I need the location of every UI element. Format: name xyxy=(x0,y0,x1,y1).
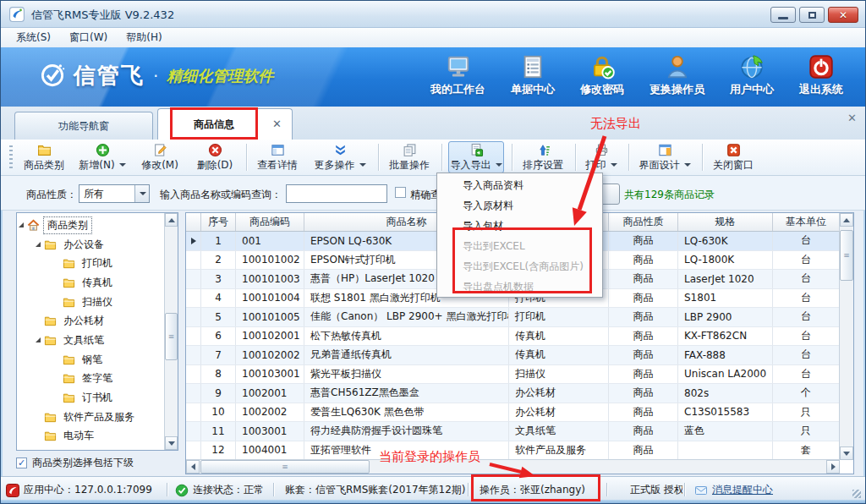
banner-action-usercenter[interactable]: 用户中心 xyxy=(730,54,774,97)
tree-item-2[interactable]: 打印机 xyxy=(17,254,164,273)
grid-header-7[interactable]: 基本单位 xyxy=(773,213,840,231)
restore-button[interactable] xyxy=(799,7,825,23)
tree-item-6[interactable]: 文具纸笔 xyxy=(17,331,164,350)
toolbar-button-add[interactable]: 新增(N) xyxy=(76,141,129,173)
toolbar-button-folder[interactable]: 商品类别 xyxy=(19,141,69,173)
tree-item-0[interactable]: 商品类别 xyxy=(17,216,164,235)
toolbar-button-more[interactable]: 更多操作 xyxy=(310,141,370,173)
select-dropdown-button[interactable] xyxy=(134,185,149,202)
tabstrip-close-icon[interactable]: ✕ xyxy=(847,112,857,124)
toolbar-button-impexp[interactable]: 导入导出 xyxy=(448,141,504,173)
status-separator xyxy=(468,483,469,496)
table-row[interactable]: 111003001得力经典防滑握手设计圆珠笔文具纸笔商品蓝色只 xyxy=(186,422,853,441)
table-cell: 台 xyxy=(773,346,840,364)
banner-action-workbench[interactable]: 我的工作台 xyxy=(430,54,485,97)
grid-vscroll-thumb[interactable]: ≡ xyxy=(840,230,853,281)
exact-match-checkbox[interactable] xyxy=(395,187,406,198)
toolbar-button-batch[interactable]: 批量操作 xyxy=(385,141,434,173)
tree-item-5[interactable]: 办公耗材 xyxy=(17,311,164,331)
scroll-up-icon[interactable] xyxy=(165,213,178,227)
toolbar-button-edit[interactable]: 修改(M) xyxy=(136,141,184,173)
menubar-item-2[interactable]: 帮助(H) xyxy=(126,30,162,45)
menubar-item-0[interactable]: 系统(S) xyxy=(16,30,51,45)
scroll-left-icon[interactable] xyxy=(186,460,200,474)
expander-icon[interactable] xyxy=(19,222,24,227)
table-row[interactable]: 91002001惠普CH561ZZ黑色墨盒办公耗材商品802s个 xyxy=(186,384,853,403)
design-icon xyxy=(658,143,672,157)
expander-icon[interactable] xyxy=(36,242,41,247)
table-cell: 得力经典防滑握手设计圆珠笔 xyxy=(304,422,509,441)
expander-icon[interactable] xyxy=(36,337,41,342)
tree-item-1[interactable]: 办公设备 xyxy=(17,235,164,255)
scroll-right-icon[interactable] xyxy=(826,460,840,474)
toolbar-button-design[interactable]: 界面设计 xyxy=(635,141,694,173)
grid-vertical-scrollbar[interactable]: ≡ xyxy=(839,213,853,460)
table-cell: 1004001 xyxy=(236,441,304,460)
tab-strip: ✕ 功能导航窗商品信息✕ xyxy=(1,107,865,140)
resize-grip[interactable] xyxy=(852,490,861,498)
grid-horizontal-scrollbar[interactable]: ≡ xyxy=(186,459,840,474)
table-cell: LQ-1800K xyxy=(678,251,773,270)
tree-scroll-thumb[interactable]: ≡ xyxy=(165,313,178,360)
restore-icon xyxy=(808,12,816,19)
grid-header-2[interactable]: 商品编码 xyxy=(236,213,304,231)
tab-active[interactable]: 商品信息✕ xyxy=(157,108,293,140)
table-cell: 4 xyxy=(201,289,236,308)
toolbar-separator xyxy=(378,144,379,171)
chevron-down-icon xyxy=(611,163,617,167)
grid-hscroll-thumb[interactable]: ≡ xyxy=(200,460,370,474)
banner-action-exit[interactable]: 退出系统 xyxy=(799,54,843,97)
toolbar-button-label: 关闭窗口 xyxy=(713,158,754,173)
menu-item-2[interactable]: 导入包材 xyxy=(437,216,602,236)
close-button[interactable]: ✕ xyxy=(828,7,858,23)
table-row[interactable]: 101002002爱普生LQ630K 黑色色带办公耗材商品C13S015583只 xyxy=(186,403,853,423)
grid-header-0[interactable] xyxy=(186,213,201,231)
tab-0[interactable]: 功能导航窗 xyxy=(14,112,153,140)
banner-action-password[interactable]: 修改密码 xyxy=(580,54,624,97)
table-row[interactable]: 6100102001松下热敏传真机传真机商品KX-FT862CN台 xyxy=(186,327,853,347)
brand-slogan: 精细化管理软件 xyxy=(167,66,273,86)
menu-item-0[interactable]: 导入商品资料 xyxy=(437,175,602,195)
table-cell xyxy=(186,403,201,422)
toolbar-button-detail[interactable]: 查看详情 xyxy=(253,141,302,173)
grid-header-1[interactable]: 序号 xyxy=(201,213,236,231)
tree-vertical-scrollbar[interactable]: ≡ xyxy=(164,213,178,450)
toolbar-button-sort[interactable]: 排序设置 xyxy=(518,141,567,173)
tree-item-10[interactable]: 软件产品及服务 xyxy=(17,408,164,427)
tree-item-3[interactable]: 传真机 xyxy=(17,273,164,293)
grid-header-6[interactable]: 规格 xyxy=(678,213,773,231)
banner-action-operator[interactable]: 更换操作员 xyxy=(650,54,704,97)
table-cell: 2 xyxy=(201,251,236,270)
tree-item-11[interactable]: 电动车 xyxy=(17,427,164,446)
tab-close-icon[interactable]: ✕ xyxy=(272,118,282,129)
table-cell: 商品 xyxy=(609,270,678,288)
table-cell: 打印机 xyxy=(509,308,609,326)
grid-header-5[interactable]: 商品性质 xyxy=(609,213,678,231)
banner-action-documents[interactable]: 单据中心 xyxy=(511,54,555,97)
toolbar-button-delete[interactable]: 删除(D) xyxy=(191,141,238,173)
folder-icon xyxy=(63,277,75,289)
table-cell: 10 xyxy=(201,403,236,422)
table-row[interactable]: 8100103001紫光平板扫描仪扫描仪商品Uniscan LA2000台 xyxy=(186,365,853,385)
minimize-button[interactable] xyxy=(770,7,796,23)
tree-item-label: 钢笔 xyxy=(79,352,106,368)
tree-item-8[interactable]: 签字笔 xyxy=(17,370,164,389)
menu-item-1[interactable]: 导入原材料 xyxy=(437,195,602,216)
table-cell: 7 xyxy=(201,346,236,364)
status-segment-5[interactable]: 消息提醒中心 xyxy=(694,483,773,497)
scroll-down-icon[interactable] xyxy=(840,446,853,460)
product-nature-select[interactable]: 所有 xyxy=(79,184,150,203)
table-row[interactable]: 7100102002兄弟普通纸传真机传真机商品FAX-888台 xyxy=(186,346,853,365)
toolbar-button-print[interactable]: 打印 xyxy=(582,141,621,173)
scroll-down-icon[interactable] xyxy=(165,436,178,450)
table-row[interactable]: 121004001亚拓管理软件软件产品及服务商品套 xyxy=(186,441,853,461)
tree-item-7[interactable]: 钢笔 xyxy=(17,350,164,370)
search-input[interactable] xyxy=(286,184,387,203)
tree-item-9[interactable]: 订书机 xyxy=(17,388,164,408)
tree-item-4[interactable]: 扫描仪 xyxy=(17,293,164,312)
toolbar-button-closewin[interactable]: 关闭窗口 xyxy=(709,141,758,173)
include-sublevel-checkbox[interactable]: ✓ xyxy=(16,457,27,468)
scroll-up-icon[interactable] xyxy=(840,213,853,227)
table-row[interactable]: 5100101005佳能（Canon） LBP 2900+ 黑白激光打印机打印机… xyxy=(186,308,853,327)
menubar-item-1[interactable]: 窗口(W) xyxy=(69,30,107,45)
